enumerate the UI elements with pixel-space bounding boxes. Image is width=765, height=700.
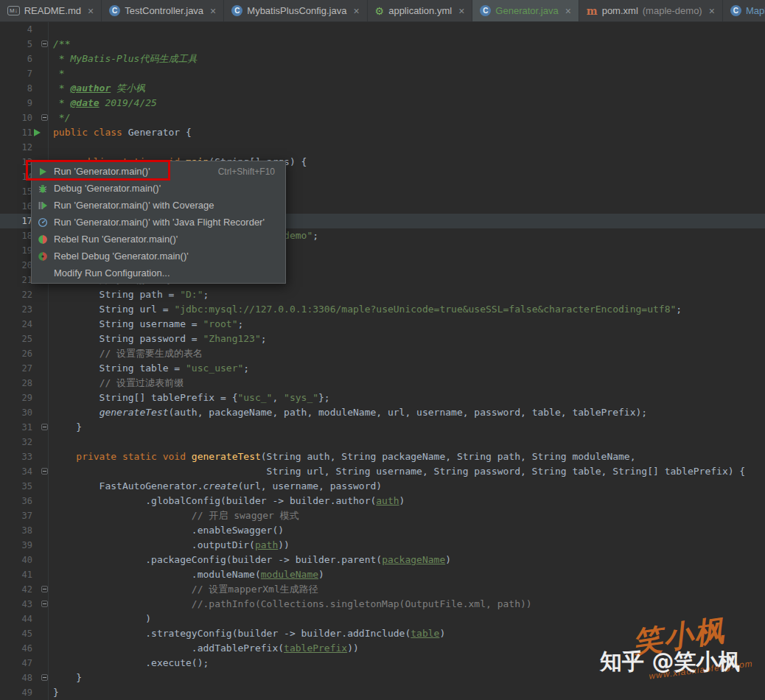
code-line-38[interactable]: 38 .enableSwagger() <box>0 523 765 538</box>
code-line-6[interactable]: 6 * MyBatis-Plus代码生成工具 <box>0 52 765 66</box>
menu-item-run-with-coverage[interactable]: Run 'Generator.main()' with Coverage <box>32 197 285 214</box>
tab-label: application.yml <box>388 5 452 16</box>
code-line-10[interactable]: 10 */ <box>0 111 765 125</box>
fold-marker-icon[interactable] <box>41 601 48 607</box>
code-line-26[interactable]: 26 // 设置需要生成的表名 <box>0 346 765 361</box>
tab-maplede[interactable]: CMapleDe <box>723 0 765 21</box>
menu-item-label: Run 'Generator.main()' with Coverage <box>54 200 214 211</box>
code-line-24[interactable]: 24 String username = "root"; <box>0 317 765 332</box>
menu-item-label: Run 'Generator.main()' <box>54 166 150 177</box>
line-number: 32 <box>0 435 32 449</box>
editor[interactable]: 45/**6 * MyBatis-Plus代码生成工具7 *8 * @autho… <box>0 22 765 700</box>
code-line-29[interactable]: 29 String[] tablePrefix = {"usc_", "sys_… <box>0 391 765 405</box>
gutter: 25 <box>0 332 49 346</box>
line-number: 26 <box>0 346 32 361</box>
tab-generator-java[interactable]: CGenerator.java× <box>472 0 579 21</box>
code-text: .packageConfig(builder -> builder.parent… <box>49 553 451 567</box>
fold-marker-icon[interactable] <box>41 586 48 592</box>
fold-marker-icon[interactable] <box>41 468 48 475</box>
line-number: 22 <box>0 287 32 302</box>
code-line-49[interactable]: 49} <box>0 685 765 700</box>
gutter-icons <box>32 656 48 671</box>
tab-testcontroller-java[interactable]: CTestController.java× <box>102 0 224 21</box>
code-line-34[interactable]: 34 String url, String username, String p… <box>0 464 765 479</box>
gutter: 32 <box>0 435 49 449</box>
menu-item-run-with-jfr[interactable]: Run 'Generator.main()' with 'Java Flight… <box>32 214 285 231</box>
code-line-12[interactable]: 12 <box>0 140 765 155</box>
gutter: 6 <box>0 52 49 66</box>
code-text: private static void generateTest(String … <box>49 449 636 464</box>
menu-item-rebel-debug[interactable]: Rebel Debug 'Generator.main()' <box>32 248 285 265</box>
gutter: 10 <box>0 111 49 125</box>
code-line-31[interactable]: 31 } <box>0 420 765 435</box>
tab-close-icon[interactable]: × <box>210 6 216 16</box>
code-line-23[interactable]: 23 String url = "jdbc:mysql://127.0.0.1:… <box>0 302 765 317</box>
code-text: String password = "Zhang123"; <box>49 332 267 346</box>
code-line-37[interactable]: 37 // 开启 swagger 模式 <box>0 508 765 523</box>
gutter-icons <box>32 81 48 96</box>
code-line-42[interactable]: 42 // 设置mapperXml生成路径 <box>0 582 765 597</box>
jfr-menu-icon <box>37 217 49 228</box>
code-line-4[interactable]: 4 <box>0 22 765 37</box>
run-gutter-icon[interactable] <box>34 129 41 136</box>
maven-file-icon: m <box>587 6 598 16</box>
code-line-11[interactable]: 11public class Generator { <box>0 125 765 140</box>
fold-marker-icon[interactable] <box>41 424 48 430</box>
line-number: 33 <box>0 449 32 464</box>
tab-application-yml[interactable]: ⚙application.yml× <box>368 0 473 21</box>
code-line-25[interactable]: 25 String password = "Zhang123"; <box>0 332 765 346</box>
fold-marker-icon[interactable] <box>41 674 48 681</box>
code-text: * @date 2019/4/25 <box>49 96 157 111</box>
tab-pom-xml[interactable]: mpom.xml (maple-demo)× <box>579 0 723 21</box>
code-line-7[interactable]: 7 * <box>0 66 765 81</box>
menu-item-debug[interactable]: Debug 'Generator.main()' <box>32 180 285 197</box>
tab-close-icon[interactable]: × <box>565 6 571 16</box>
code-line-35[interactable]: 35 FastAutoGenerator.create(url, usernam… <box>0 479 765 494</box>
line-number: 19 <box>0 243 32 258</box>
code-line-33[interactable]: 33 private static void generateTest(Stri… <box>0 449 765 464</box>
code-text: String[] tablePrefix = {"usc_", "sys_"}; <box>49 391 330 405</box>
tab-mybatisplusconfig-java[interactable]: CMybatisPlusConfig.java× <box>224 0 367 21</box>
code-line-28[interactable]: 28 // 设置过滤表前缀 <box>0 376 765 391</box>
menu-item-rebel-run[interactable]: Rebel Run 'Generator.main()' <box>32 231 285 248</box>
gutter-icons <box>32 287 48 302</box>
gutter-icons <box>32 391 48 405</box>
gutter: 38 <box>0 523 49 538</box>
gutter: 49 <box>0 685 49 700</box>
code-line-41[interactable]: 41 .moduleName(moduleName) <box>0 567 765 582</box>
gutter: 48 <box>0 671 49 685</box>
tab-close-icon[interactable]: × <box>88 6 94 16</box>
code-line-36[interactable]: 36 .globalConfig(builder -> builder.auth… <box>0 494 765 508</box>
tab-close-icon[interactable]: × <box>353 6 359 16</box>
code-line-9[interactable]: 9 * @date 2019/4/25 <box>0 96 765 111</box>
code-line-8[interactable]: 8 * @author 笑小枫 <box>0 81 765 96</box>
code-line-43[interactable]: 43 //.pathInfo(Collections.singletonMap(… <box>0 597 765 612</box>
code-text: String url = "jdbc:mysql://127.0.0.1:330… <box>49 302 682 317</box>
line-number: 20 <box>0 258 32 273</box>
gutter: 41 <box>0 567 49 582</box>
tab-label: MybatisPlusConfig.java <box>247 5 346 16</box>
spring-file-icon: ⚙ <box>375 6 385 16</box>
fold-marker-icon[interactable] <box>41 114 48 121</box>
gutter: 5 <box>0 37 49 52</box>
code-line-22[interactable]: 22 String path = "D:"; <box>0 287 765 302</box>
menu-item-label: Modify Run Configuration... <box>54 267 170 279</box>
menu-item-run[interactable]: Run 'Generator.main()'Ctrl+Shift+F10 <box>32 163 285 180</box>
code-text: String url, String username, String pass… <box>49 464 745 479</box>
code-line-32[interactable]: 32 <box>0 435 765 449</box>
code-line-39[interactable]: 39 .outputDir(path)) <box>0 538 765 553</box>
gutter: 37 <box>0 508 49 523</box>
tab-close-icon[interactable]: × <box>709 6 715 16</box>
code-line-5[interactable]: 5/** <box>0 37 765 52</box>
tab-readme-md[interactable]: M↓README.md× <box>0 0 102 21</box>
code-text: String table = "usc_user"; <box>49 361 249 376</box>
code-line-30[interactable]: 30 generateTest(auth, packageName, path,… <box>0 405 765 420</box>
fold-marker-icon[interactable] <box>41 41 48 47</box>
tab-close-icon[interactable]: × <box>458 6 464 16</box>
code-line-27[interactable]: 27 String table = "usc_user"; <box>0 361 765 376</box>
code-text: .execute(); <box>49 656 209 671</box>
gutter-icons <box>32 37 48 52</box>
line-number: 29 <box>0 391 32 405</box>
code-line-40[interactable]: 40 .packageConfig(builder -> builder.par… <box>0 553 765 567</box>
menu-item-modify-run-configuration[interactable]: Modify Run Configuration... <box>32 265 285 281</box>
